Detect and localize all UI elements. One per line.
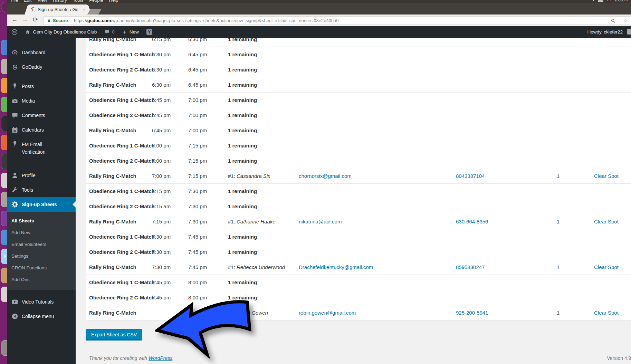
clear-spot-link[interactable]: Clear Spot bbox=[594, 214, 631, 229]
menubar-item-file[interactable]: File bbox=[11, 0, 18, 3]
sidebar-item-tools[interactable]: Tools bbox=[7, 183, 76, 197]
app-tile-purple[interactable] bbox=[1, 211, 7, 226]
slot-start-time: 7:15 pm bbox=[152, 184, 185, 199]
slot-start-time: 6:45 pm bbox=[152, 108, 185, 123]
profile-icon bbox=[11, 172, 18, 179]
slot-task-label: Obedience Ring 2 C-Match bbox=[89, 153, 203, 169]
menubar-item-people[interactable]: People bbox=[89, 0, 103, 3]
ubuntu-dash-tile[interactable] bbox=[1, 2, 7, 12]
files-app-tile[interactable] bbox=[1, 40, 7, 55]
volunteer-phone-link[interactable]: 8043387104 bbox=[456, 169, 539, 184]
sidebar-item-video-tutorials[interactable]: Video Tutorials bbox=[7, 295, 76, 309]
slot-start-time: 7:30 pm bbox=[152, 260, 185, 275]
table-row: Rally Ring C-Match 6:45 pm 7:00 pm 1 rem… bbox=[86, 123, 631, 138]
slot-end-time: 7:45 pm bbox=[188, 229, 221, 245]
menubar-item-tools[interactable]: Tools bbox=[73, 0, 83, 3]
table-row: Rally Ring C-Match 7:00 pm 7:15 pm #1: C… bbox=[86, 169, 631, 184]
sidebar-item-fm-email-verification[interactable]: FM Email Verification bbox=[7, 137, 76, 163]
app-tile-light[interactable] bbox=[1, 173, 7, 188]
volunteer-email-link[interactable]: robin.gowen@gmail.com bbox=[299, 305, 433, 320]
sidebar-item-collapse-menu[interactable]: Collapse menu bbox=[7, 309, 76, 324]
slot-status: 1 remaining bbox=[228, 108, 318, 123]
comments-badge[interactable]: 0 bbox=[104, 29, 115, 35]
app-tile-orange[interactable] bbox=[1, 135, 7, 150]
menubar-item-view[interactable]: View bbox=[37, 0, 47, 3]
terminal-app-tile[interactable] bbox=[1, 116, 7, 131]
volunteer-email-link[interactable]: Drachefeldkentucky@gmail.com bbox=[299, 260, 433, 275]
volunteer-email-link[interactable]: chornorsix@gmail.com bbox=[299, 169, 433, 184]
menubar-item-help[interactable]: Help bbox=[109, 0, 118, 3]
sidebar-item-dashboard[interactable]: Dashboard bbox=[7, 45, 76, 60]
back-button[interactable]: ← bbox=[11, 16, 18, 23]
slot-start-time: 7:00 pm bbox=[152, 169, 185, 184]
slot-end-time: 7:45 pm bbox=[188, 260, 221, 275]
volunteer-email-link[interactable]: nikatrina@aol.com bbox=[299, 214, 433, 229]
slot-task-label: Obedience Ring 1 C-Match bbox=[89, 138, 203, 153]
volunteer-phone-link[interactable]: 8595830247 bbox=[456, 260, 539, 275]
active-app-marker bbox=[4, 255, 7, 258]
bookmark-star-icon[interactable]: ☆ bbox=[623, 18, 628, 24]
sidebar-item-label: Posts bbox=[22, 83, 34, 90]
new-content-button[interactable]: New bbox=[122, 29, 139, 35]
menubar-item-history[interactable]: History bbox=[53, 0, 67, 3]
yoast-seo-icon[interactable]: Y bbox=[146, 29, 152, 35]
clock[interactable]: 10:30 A bbox=[614, 0, 628, 2]
reload-button[interactable]: ⟳ bbox=[33, 16, 38, 23]
sidebar-item-comments[interactable]: Comments bbox=[7, 108, 76, 123]
secure-badge[interactable]: Secure bbox=[47, 18, 68, 23]
slot-start-time: 6:45 pm bbox=[152, 123, 185, 138]
sidebar-subitem-email-volunteers[interactable]: Email Volunteers bbox=[7, 239, 76, 250]
godaddy-icon bbox=[11, 64, 18, 70]
app-tile-silver[interactable] bbox=[1, 287, 7, 302]
export-csv-button[interactable]: Export Sheet as CSV bbox=[86, 329, 142, 341]
wp-logo-icon[interactable] bbox=[11, 29, 18, 35]
updater-app-tile[interactable] bbox=[1, 230, 7, 245]
sidebar-item-posts[interactable]: Posts bbox=[7, 79, 76, 94]
clear-spot-link[interactable]: Clear Spot bbox=[594, 305, 631, 320]
slot-task-label: Obedience Ring 2 C-Match bbox=[89, 245, 203, 260]
sidebar-subitem-add-ons[interactable]: Add Ons bbox=[7, 274, 76, 286]
keyboard-layout-indicator[interactable]: En bbox=[598, 0, 603, 2]
address-bar[interactable]: Secure | https://gcdoc.com/wp-admin/admi… bbox=[43, 16, 631, 25]
slot-end-time: 6:45 pm bbox=[188, 62, 221, 77]
sidebar-item-sign-up-sheets[interactable]: Sign-up Sheets bbox=[7, 197, 76, 212]
screenshot-app-tile[interactable] bbox=[1, 59, 7, 74]
sidebar-item-godaddy[interactable]: GoDaddy bbox=[7, 60, 76, 74]
sidebar-item-profile[interactable]: Profile bbox=[7, 168, 76, 183]
sidebar-subitem-cron-functions[interactable]: CRON Functions bbox=[7, 262, 76, 274]
site-name-link[interactable]: Gem City Dog Obedience Club bbox=[25, 29, 97, 35]
clear-spot-link[interactable]: Clear Spot bbox=[594, 260, 631, 275]
signup-sheet-table: Rally Ring C-Match 6:15 pm 6:30 pm 1 rem… bbox=[86, 38, 631, 320]
table-row: Obedience Ring 2 C-Match 6:30 pm 6:45 pm… bbox=[86, 62, 631, 77]
app-tile-bottom[interactable] bbox=[1, 340, 7, 356]
table-row: Obedience Ring 2 C-Match 6:45 pm 7:00 pm… bbox=[86, 108, 631, 123]
slot-task-label: Obedience Ring 1 C-Match bbox=[89, 184, 203, 199]
sidebar-item-calendars[interactable]: Calendars bbox=[7, 123, 76, 137]
sidebar-item-media[interactable]: Media bbox=[7, 94, 76, 108]
account-menu[interactable]: Howdy, ckiefer22 bbox=[587, 29, 623, 35]
browser-tab[interactable]: Sign-up Sheets ‹ Ge × bbox=[28, 4, 88, 15]
avatar bbox=[627, 29, 631, 35]
clear-spot-link[interactable]: Clear Spot bbox=[594, 169, 631, 184]
slot-status: 1 remaining bbox=[228, 77, 318, 93]
tab-close-icon[interactable]: × bbox=[83, 7, 85, 12]
lock-icon bbox=[47, 19, 51, 23]
slot-end-time: 7:45 pm bbox=[188, 245, 221, 260]
zoom-icon[interactable] bbox=[611, 18, 615, 23]
app-tile-gray[interactable] bbox=[1, 192, 7, 207]
slot-start-time: 6:45 pm bbox=[152, 93, 185, 108]
volunteer-phone-link[interactable]: 925-200-5941 bbox=[456, 305, 539, 320]
firefox-app-tile[interactable] bbox=[1, 78, 7, 93]
gimp-app-tile[interactable] bbox=[1, 268, 7, 283]
volunteer-phone-link[interactable]: 630-664-8356 bbox=[456, 214, 539, 229]
app-tile-dark[interactable] bbox=[1, 154, 7, 169]
sidebar-subitem-settings[interactable]: Settings bbox=[7, 250, 76, 262]
table-row: Obedience Ring 2 C-Match 7:00 pm 7:15 pm… bbox=[86, 153, 631, 169]
sidebar-subitem-all-sheets[interactable]: All Sheets bbox=[7, 215, 76, 227]
sidebar-subitem-add-new[interactable]: Add New bbox=[7, 227, 76, 239]
slot-start-time: 6:30 pm bbox=[152, 47, 185, 62]
app-tile-green[interactable] bbox=[1, 97, 7, 112]
slot-task-label: Obedience Ring 1 C-Match bbox=[89, 275, 203, 290]
menubar-item-edit[interactable]: Edit bbox=[24, 0, 31, 3]
new-tab-button[interactable] bbox=[87, 9, 102, 15]
